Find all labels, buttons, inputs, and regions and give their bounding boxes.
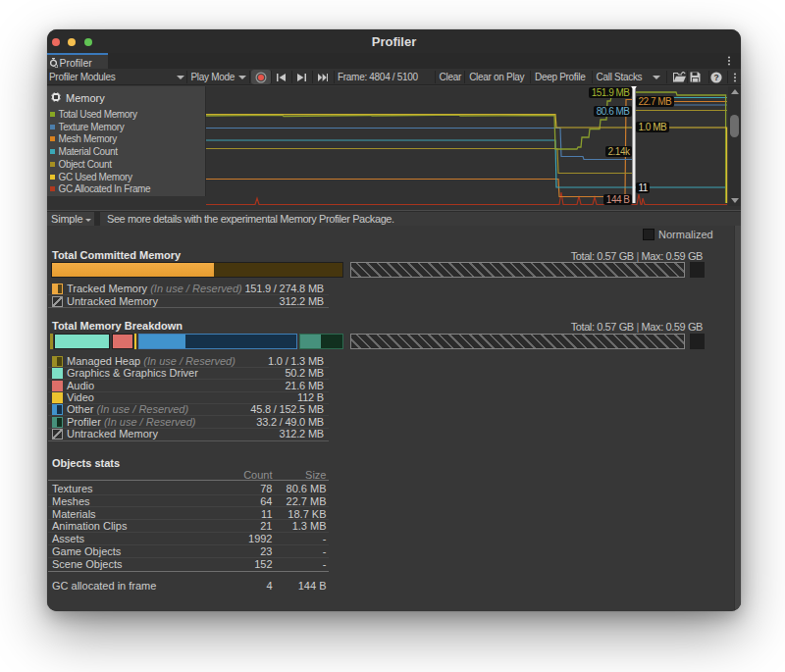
svg-text:?: ? (713, 73, 718, 82)
